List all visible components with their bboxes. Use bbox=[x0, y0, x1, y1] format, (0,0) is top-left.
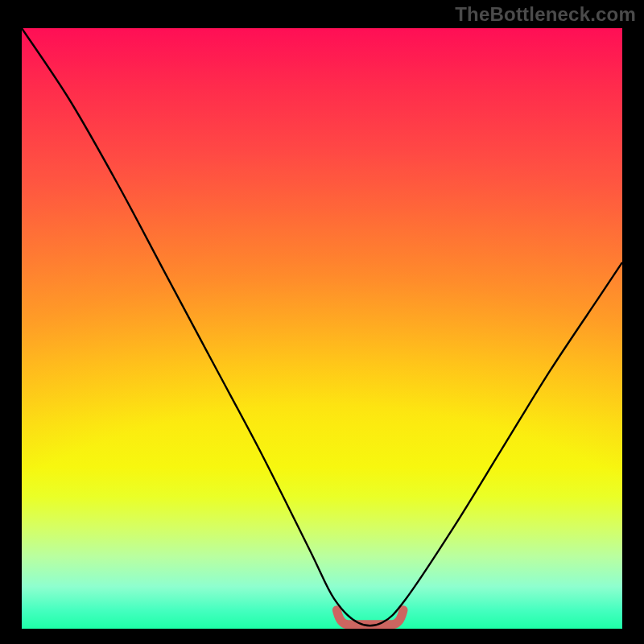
chart-frame: TheBottleneck.com bbox=[0, 0, 644, 644]
curve-svg bbox=[22, 28, 622, 629]
bottleneck-curve-line bbox=[22, 28, 622, 625]
plot-area bbox=[22, 28, 622, 629]
watermark-text: TheBottleneck.com bbox=[455, 3, 636, 26]
flat-minimum-marker bbox=[336, 610, 403, 625]
